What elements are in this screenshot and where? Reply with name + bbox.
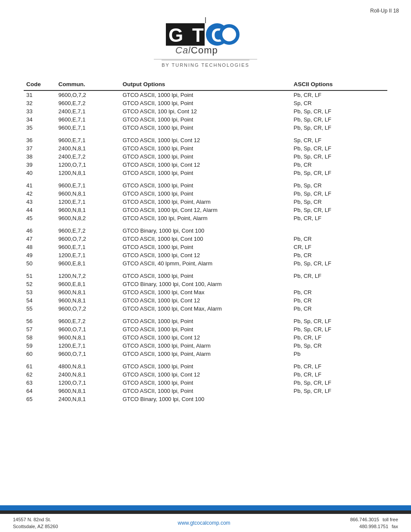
- table-row: 609600,O,7,1GTCO ASCII, 1000 lpi, Point,…: [24, 350, 387, 358]
- table-row: 491200,E,7,1GTCO ASCII, 1000 lpi, Cont 1…: [24, 251, 387, 259]
- cell-commun: 2400,N,8,1: [56, 395, 120, 403]
- cell-output: GTCO ASCII, 1000 lpi, Point: [120, 317, 291, 325]
- cell-output: GTCO Binary, 1000 lpi, Cont 100: [120, 395, 291, 403]
- table-row: 369600,E,7,1GTCO ASCII, 1000 lpi, Cont 1…: [24, 136, 387, 144]
- data-table: Code Commun. Output Options ASCII Option…: [24, 79, 387, 403]
- cell-output: GTCO Binary, 1000 lpi, Cont 100, Alarm: [120, 280, 291, 288]
- cell-ascii: Pb, CR: [291, 296, 387, 305]
- footer-dark-bar: [0, 510, 411, 514]
- cell-ascii: Pb, Sp, CR, LF: [291, 107, 387, 115]
- page-number: Roll-Up II 18: [370, 8, 399, 14]
- cell-output: GTCO ASCII, 1000 lpi, Cont 12: [120, 370, 291, 379]
- cell-output: GTCO ASCII, 1000 lpi, Point: [120, 387, 291, 395]
- footer-content: 14557 N. 82nd St. Scottsdale, AZ 85260 w…: [0, 514, 411, 532]
- cell-output: GTCO ASCII, 100 lpi, Point, Alarm: [120, 214, 291, 222]
- cell-commun: 9600,N,8,1: [56, 190, 120, 198]
- svg-text:CalComp: CalComp: [175, 45, 218, 56]
- table-row: 459600,N,8,2GTCO ASCII, 100 lpi, Point, …: [24, 214, 387, 222]
- cell-ascii: Pb, CR: [291, 305, 387, 313]
- footer-fax-row: 480.998.1751 fax: [350, 523, 398, 530]
- cell-ascii: Pb, Sp, CR, LF: [291, 325, 387, 333]
- cell-commun: 9600,O,7,2: [56, 235, 120, 243]
- cell-code: 45: [24, 214, 56, 222]
- cell-ascii: Pb, CR, LF: [291, 362, 387, 370]
- tagline: by TURNING technologies: [162, 60, 249, 68]
- cell-code: 52: [24, 280, 56, 288]
- table-row: 319600,O,7,2GTCO ASCII, 1000 lpi, PointP…: [24, 90, 387, 99]
- cell-code: 38: [24, 152, 56, 161]
- cell-code: 51: [24, 272, 56, 280]
- table-row: 382400,E,7,2GTCO ASCII, 1000 lpi, PointP…: [24, 152, 387, 161]
- footer-phone-number: 866.746.3015: [350, 516, 379, 523]
- cell-ascii: Pb, Sp, CR, LF: [291, 169, 387, 177]
- cell-commun: 2400,N,8,1: [56, 370, 120, 379]
- table-row: 479600,O,7,2GTCO ASCII, 1000 lpi, Cont 1…: [24, 235, 387, 243]
- group-spacer: [24, 177, 387, 181]
- cell-ascii: Pb, CR: [291, 251, 387, 259]
- cell-ascii: Pb, CR, LF: [291, 333, 387, 342]
- svg-point-8: [225, 30, 234, 39]
- table-row: 614800,N,8,1GTCO ASCII, 1000 lpi, PointP…: [24, 362, 387, 370]
- cell-ascii: Pb, Sp, CR, LF: [291, 379, 387, 387]
- footer-fax-number: 480.998.1751: [359, 523, 388, 530]
- cell-ascii: Sp, CR, LF: [291, 136, 387, 144]
- cell-commun: 9600,E,7,1: [56, 136, 120, 144]
- cell-commun: 1200,N,8,1: [56, 169, 120, 177]
- cell-output: GTCO ASCII, 40 lpmm, Point, Alarm: [120, 259, 291, 268]
- col-header-ascii: ASCII Options: [291, 79, 387, 90]
- cell-code: 39: [24, 161, 56, 169]
- cell-code: 46: [24, 227, 56, 235]
- cell-commun: 9600,N,8,1: [56, 296, 120, 305]
- cell-output: GTCO ASCII, 1000 lpi, Point: [120, 272, 291, 280]
- cell-output: GTCO ASCII, 1000 lpi, Point: [120, 169, 291, 177]
- cell-ascii: Pb, CR, LF: [291, 214, 387, 222]
- cell-code: 33: [24, 107, 56, 115]
- table-row: 429600,N,8,1GTCO ASCII, 1000 lpi, PointP…: [24, 190, 387, 198]
- cell-ascii: Pb, Sp, CR, LF: [291, 317, 387, 325]
- cell-output: GTCO ASCII, 1000 lpi, Cont 12: [120, 161, 291, 169]
- logo-container: G T C CalComp: [154, 17, 257, 68]
- cell-commun: 9600,E,7,2: [56, 227, 120, 235]
- cell-commun: 2400,E,7,2: [56, 152, 120, 161]
- cell-commun: 9600,O,7,2: [56, 90, 120, 99]
- cell-code: 63: [24, 379, 56, 387]
- table-row: 469600,E,7,2GTCO Binary, 1000 lpi, Cont …: [24, 227, 387, 235]
- table-row: 591200,E,7,1GTCO ASCII, 1000 lpi, Point,…: [24, 342, 387, 350]
- cell-code: 53: [24, 288, 56, 296]
- cell-code: 35: [24, 124, 56, 132]
- table-row: 622400,N,8,1GTCO ASCII, 1000 lpi, Cont 1…: [24, 370, 387, 379]
- table-row: 489600,E,7,1GTCO ASCII, 1000 lpi, PointC…: [24, 243, 387, 251]
- cell-commun: 1200,O,7,1: [56, 161, 120, 169]
- table-row: 549600,N,8,1GTCO ASCII, 1000 lpi, Cont 1…: [24, 296, 387, 305]
- cell-ascii: Pb, CR: [291, 161, 387, 169]
- cell-output: GTCO Binary, 1000 lpi, Cont 100: [120, 227, 291, 235]
- cell-ascii: Pb, Sp, CR: [291, 198, 387, 206]
- cell-output: GTCO ASCII, 1000 lpi, Cont 12, Alarm: [120, 206, 291, 214]
- cell-output: GTCO ASCII, 100 lpi, Cont 12: [120, 107, 291, 115]
- cell-ascii: [291, 280, 387, 288]
- cell-ascii: Pb, Sp, CR, LF: [291, 259, 387, 268]
- cell-code: 36: [24, 136, 56, 144]
- group-spacer: [24, 313, 387, 317]
- cell-code: 55: [24, 305, 56, 313]
- cell-commun: 9600,E,7,2: [56, 317, 120, 325]
- cell-code: 47: [24, 235, 56, 243]
- cell-code: 64: [24, 387, 56, 395]
- cell-output: GTCO ASCII, 1000 lpi, Point, Alarm: [120, 198, 291, 206]
- cell-output: GTCO ASCII, 1000 lpi, Point: [120, 379, 291, 387]
- table-row: 569600,E,7,2GTCO ASCII, 1000 lpi, PointP…: [24, 317, 387, 325]
- page-header: G T C CalComp: [0, 0, 411, 75]
- cell-code: 50: [24, 259, 56, 268]
- cell-code: 37: [24, 144, 56, 152]
- cell-output: GTCO ASCII, 1000 lpi, Point: [120, 99, 291, 107]
- svg-text:T: T: [192, 25, 204, 46]
- main-content: Code Commun. Output Options ASCII Option…: [0, 75, 411, 403]
- cell-output: GTCO ASCII, 1000 lpi, Cont 100: [120, 235, 291, 243]
- footer-blue-bar: [0, 505, 411, 510]
- table-row: 511200,N,7,2GTCO ASCII, 1000 lpi, PointP…: [24, 272, 387, 280]
- cell-code: 56: [24, 317, 56, 325]
- cell-output: GTCO ASCII, 1000 lpi, Point: [120, 115, 291, 124]
- cell-ascii: Pb, Sp, CR, LF: [291, 387, 387, 395]
- table-header-row: Code Commun. Output Options ASCII Option…: [24, 79, 387, 90]
- table-row: 652400,N,8,1GTCO Binary, 1000 lpi, Cont …: [24, 395, 387, 403]
